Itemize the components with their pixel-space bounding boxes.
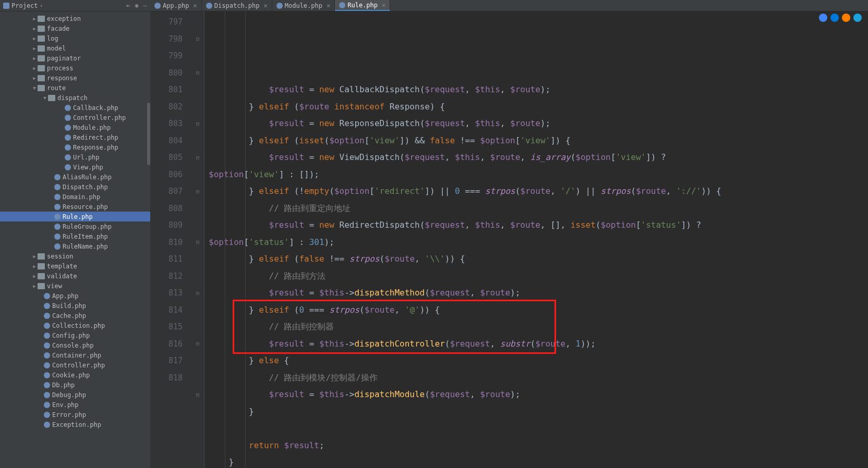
code-line[interactable]: $result = new ResponseDispatch($request,… [209, 115, 864, 132]
fold-marker-icon[interactable]: ⊟ [194, 188, 201, 195]
browser-icon[interactable] [830, 14, 839, 22]
code-line[interactable]: $result = new ViewDispatch($request, $th… [209, 149, 864, 166]
settings-icon[interactable]: ✱ [135, 2, 139, 9]
tree-arrow-icon[interactable]: ▼ [31, 85, 38, 91]
code-line[interactable]: } elseif (!empty($option['redirect']) ||… [209, 183, 864, 200]
tree-item[interactable]: Controller.php [0, 360, 150, 370]
tree-item[interactable]: ▶template [0, 261, 150, 271]
fold-marker-icon[interactable]: ⊟ [194, 239, 201, 246]
code-line[interactable]: // 路由到方法 [209, 268, 864, 285]
code-line[interactable]: $result = $this->dispatchController($req… [209, 336, 864, 353]
fold-marker-icon[interactable]: ⊟ [194, 35, 201, 43]
tree-arrow-icon[interactable]: ▶ [31, 76, 38, 81]
code-line[interactable]: } elseif (false !== strpos($route, '\\')… [209, 251, 864, 268]
tree-item[interactable]: AliasRule.php [0, 172, 150, 182]
tree-item[interactable]: Callback.php [0, 103, 150, 113]
tree-item[interactable]: Domain.php [0, 192, 150, 202]
tree-item[interactable]: Redirect.php [0, 132, 150, 142]
tree-item[interactable]: Build.php [0, 301, 150, 311]
tree-item[interactable]: RuleName.php [0, 241, 150, 251]
tree-item[interactable]: RuleGroup.php [0, 221, 150, 231]
fold-marker-icon[interactable]: ⊟ [194, 391, 201, 398]
tree-item[interactable]: ▶exception [0, 14, 150, 23]
fold-marker-icon[interactable]: ⊟ [194, 289, 201, 297]
tree-item[interactable]: Response.php [0, 142, 150, 152]
tree-arrow-icon[interactable]: ▶ [31, 274, 38, 279]
code-line[interactable]: $result = new RedirectDispatch($request,… [209, 217, 864, 234]
tree-item[interactable]: ▶model [0, 43, 150, 53]
editor-tab[interactable]: Module.php× [272, 0, 335, 11]
tree-item[interactable]: Db.php [0, 380, 150, 390]
code-line[interactable]: $result = new CallbackDispatch($request,… [209, 81, 864, 98]
close-icon[interactable]: × [194, 2, 197, 9]
fold-marker-icon[interactable]: ⊟ [194, 154, 201, 161]
tree-arrow-icon[interactable]: ▶ [31, 26, 38, 31]
fold-gutter[interactable]: ⊟⊟⊟⊟⊟⊟⊟⊟⊟ [192, 11, 204, 468]
tree-item[interactable]: ▶log [0, 33, 150, 43]
tree-item[interactable]: App.php [0, 291, 150, 301]
hide-icon[interactable]: — [143, 2, 147, 9]
tree-item[interactable]: Config.php [0, 330, 150, 340]
editor-tab[interactable]: Rule.php× [335, 0, 390, 11]
collapse-icon[interactable]: ⇤ [127, 2, 131, 9]
code-line[interactable]: // 路由到模块/控制器/操作 [209, 370, 864, 387]
tree-item[interactable]: ▶validate [0, 271, 150, 281]
tree-item[interactable]: ▶response [0, 73, 150, 83]
code-line[interactable]: $option['status'] : 301); [209, 234, 864, 251]
code-line[interactable]: // 路由到控制器 [209, 318, 864, 336]
tree-item[interactable]: Exception.php [0, 420, 150, 429]
tree-arrow-icon[interactable]: ▶ [31, 66, 38, 71]
tree-item[interactable]: RuleItem.php [0, 231, 150, 241]
tree-item[interactable]: Env.php [0, 400, 150, 410]
tree-item[interactable]: Console.php [0, 340, 150, 350]
editor-tab[interactable]: App.php× [150, 0, 202, 11]
tree-item[interactable]: Cache.php [0, 311, 150, 321]
tree-item[interactable]: ▶view [0, 281, 150, 291]
tree-item[interactable]: Collection.php [0, 321, 150, 330]
tree-item[interactable]: ▶process [0, 63, 150, 73]
code-line[interactable]: $result = $this->dispatchMethod($request… [209, 285, 864, 302]
tree-item[interactable]: ▶paginator [0, 53, 150, 63]
close-icon[interactable]: × [382, 2, 385, 9]
tree-item[interactable]: Controller.php [0, 113, 150, 122]
tree-arrow-icon[interactable]: ▶ [31, 56, 38, 61]
browser-icon[interactable] [853, 14, 862, 22]
tree-item[interactable]: ▶session [0, 251, 150, 261]
tree-item[interactable]: Rule.php [0, 212, 150, 221]
tree-item[interactable]: Dispatch.php [0, 182, 150, 192]
tree-item[interactable]: ▼dispatch [0, 93, 150, 103]
code-line[interactable]: } [209, 403, 864, 421]
code-line[interactable]: } [209, 454, 864, 468]
tree-item[interactable]: Resource.php [0, 202, 150, 212]
tree-arrow-icon[interactable]: ▶ [31, 264, 38, 269]
browser-icon[interactable] [819, 14, 827, 22]
code-line[interactable]: return $result; [209, 437, 864, 454]
code-line[interactable] [209, 420, 864, 437]
tree-item[interactable]: Error.php [0, 410, 150, 420]
tree-item[interactable]: Url.php [0, 152, 150, 162]
code-line[interactable]: } else { [209, 352, 864, 370]
code-line[interactable]: } elseif (isset($option['view']) && fals… [209, 132, 864, 150]
tree-arrow-icon[interactable]: ▶ [31, 36, 38, 41]
code-line[interactable]: } elseif ($route instanceof Response) { [209, 98, 864, 116]
close-icon[interactable]: × [264, 2, 268, 9]
editor-tab[interactable]: Dispatch.php× [202, 0, 272, 11]
tree-arrow-icon[interactable]: ▶ [31, 284, 38, 289]
tree-arrow-icon[interactable]: ▶ [31, 46, 38, 51]
tree-item[interactable]: View.php [0, 162, 150, 172]
fold-marker-icon[interactable]: ⊟ [194, 120, 201, 127]
project-tree[interactable]: ▶exception▶facade▶log▶model▶paginator▶pr… [0, 11, 150, 468]
tree-item[interactable]: Cookie.php [0, 370, 150, 380]
fold-marker-icon[interactable]: ⊟ [194, 69, 201, 77]
close-icon[interactable]: × [327, 2, 330, 9]
fold-marker-icon[interactable]: ⊟ [194, 340, 201, 348]
sidebar-title[interactable]: Project ▾ [3, 2, 43, 9]
tree-arrow-icon[interactable]: ▶ [31, 254, 38, 259]
tree-item[interactable]: ▼route [0, 83, 150, 93]
code-line[interactable]: // 路由到重定向地址 [209, 200, 864, 217]
tree-arrow-icon[interactable]: ▼ [42, 95, 48, 101]
code-line[interactable]: } elseif (0 === strpos($route, '@')) { [209, 302, 864, 319]
tree-item[interactable]: Debug.php [0, 390, 150, 400]
code-line[interactable]: $result = $this->dispatchModule($request… [209, 386, 864, 403]
tree-item[interactable]: Container.php [0, 350, 150, 360]
